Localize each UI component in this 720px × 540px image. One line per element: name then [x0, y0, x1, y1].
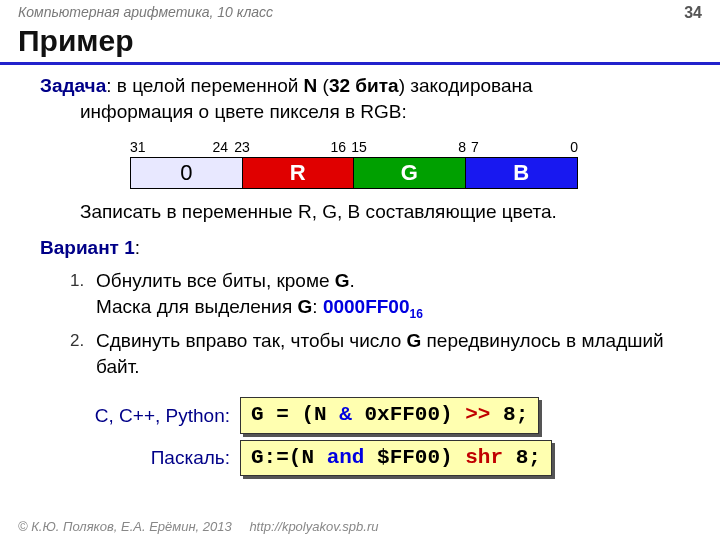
cell-r: R — [243, 158, 355, 188]
bit-7: 7 — [466, 138, 484, 157]
slide-title: Пример — [0, 22, 720, 60]
slide: Компьютерная арифметика, 10 класс 34 При… — [0, 0, 720, 540]
cell-b: B — [466, 158, 578, 188]
page-number: 34 — [684, 4, 702, 22]
step-1-num: 1. — [70, 268, 96, 322]
code-pascal: G:=(N and $FF00) shr 8; — [240, 440, 552, 476]
course-name: Компьютерная арифметика, 10 класс — [18, 4, 273, 22]
bit-diagram: 31 24 23 16 15 8 7 0 0 R G B — [130, 138, 680, 189]
op-and: & — [339, 403, 352, 426]
variant-line: Вариант 1: — [40, 235, 680, 261]
content: Задача: в целой переменной N (32 бита) з… — [0, 73, 720, 476]
bit-23: 23 — [228, 138, 256, 157]
top-bar: Компьютерная арифметика, 10 класс 34 — [0, 0, 720, 22]
code-c: G = (N & 0xFF00) >> 8; — [240, 397, 539, 433]
copyright: © К.Ю. Поляков, Е.А. Ерёмин, 2013 — [18, 519, 232, 534]
step-1: 1. Обнулить все биты, кроме G. Маска для… — [70, 268, 680, 322]
step-list: 1. Обнулить все биты, кроме G. Маска для… — [70, 268, 680, 379]
task-label: Задача — [40, 75, 106, 96]
var-n: N — [304, 75, 318, 96]
bit-15: 15 — [346, 138, 372, 157]
op-shift-right: >> — [465, 403, 490, 426]
bits-32: 32 бита — [329, 75, 399, 96]
bit-0: 0 — [484, 138, 578, 157]
bit-31: 31 — [130, 138, 150, 157]
op-shr: shr — [465, 446, 503, 469]
lang-c: С, С++, Python: — [40, 403, 240, 429]
bit-8: 8 — [372, 138, 466, 157]
cell-zero: 0 — [131, 158, 243, 188]
title-underline — [0, 62, 720, 65]
code-row-pascal: Паскаль: G:=(N and $FF00) shr 8; — [40, 440, 680, 476]
footer: © К.Ю. Поляков, Е.А. Ерёмин, 2013 http:/… — [18, 519, 378, 534]
code-row-c: С, С++, Python: G = (N & 0xFF00) >> 8; — [40, 397, 680, 433]
code-block: С, С++, Python: G = (N & 0xFF00) >> 8; П… — [40, 397, 680, 476]
footer-url[interactable]: http://kpolyakov.spb.ru — [249, 519, 378, 534]
step-2: 2. Сдвинуть вправо так, чтобы число G пе… — [70, 328, 680, 379]
bit-16: 16 — [256, 138, 346, 157]
bit-row: 0 R G B — [130, 157, 578, 189]
bit-24: 24 — [150, 138, 228, 157]
step-1-body: Обнулить все биты, кроме G. Маска для вы… — [96, 268, 680, 322]
bit-labels: 31 24 23 16 15 8 7 0 — [130, 138, 680, 157]
variant-label: Вариант 1 — [40, 237, 135, 258]
cell-g: G — [354, 158, 466, 188]
task-line2: информация о цвете пикселя в RGB: — [80, 99, 680, 125]
task-write: Записать в переменные R, G, B составляющ… — [80, 199, 680, 225]
mask-value: 0000FF0016 — [323, 296, 423, 317]
lang-pascal: Паскаль: — [40, 445, 240, 471]
op-and-pascal: and — [327, 446, 365, 469]
step-2-num: 2. — [70, 328, 96, 379]
step-2-body: Сдвинуть вправо так, чтобы число G перед… — [96, 328, 680, 379]
task-line1: Задача: в целой переменной N (32 бита) з… — [40, 73, 680, 99]
